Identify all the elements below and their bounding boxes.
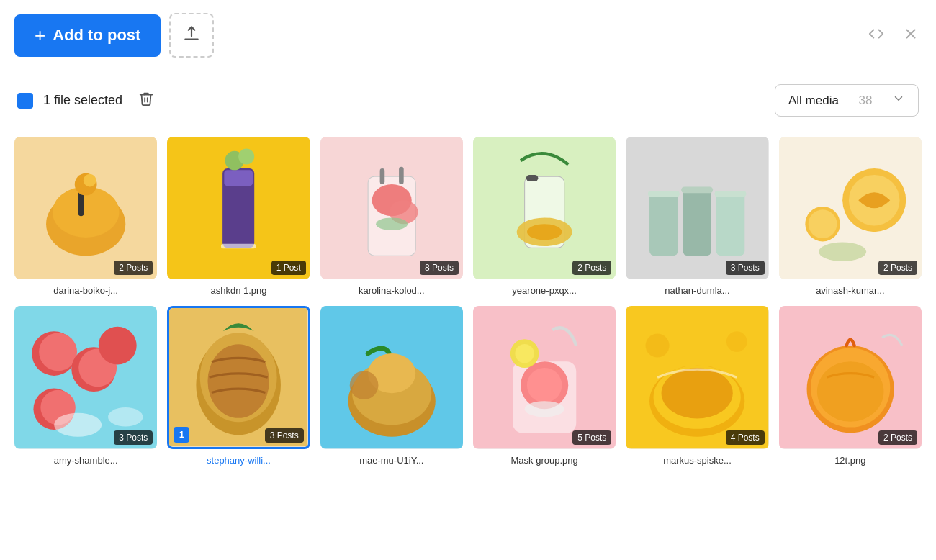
toolbar-left: 1 file selected bbox=[17, 88, 160, 113]
filter-count: 38 bbox=[859, 94, 873, 108]
upload-icon bbox=[182, 24, 201, 47]
selection-number-badge: 1 bbox=[174, 427, 189, 443]
svg-point-63 bbox=[525, 402, 564, 417]
chevron-down-icon bbox=[892, 92, 905, 109]
embed-icon bbox=[868, 29, 884, 45]
media-item[interactable]: mae-mu-U1iY... bbox=[320, 306, 463, 465]
plus-icon: + bbox=[35, 24, 45, 47]
selected-indicator bbox=[17, 93, 33, 109]
svg-point-47 bbox=[99, 327, 137, 365]
media-item[interactable]: 3 Postsnathan-dumla... bbox=[626, 137, 768, 296]
svg-point-38 bbox=[808, 209, 837, 238]
svg-point-12 bbox=[238, 149, 254, 165]
media-file-name: markus-spiske... bbox=[626, 455, 768, 466]
svg-rect-23 bbox=[526, 175, 539, 181]
media-grid: 2 Postsdarina-boiko-j... 1 Postashkdn 1.… bbox=[0, 130, 936, 473]
svg-rect-28 bbox=[649, 192, 678, 256]
svg-point-65 bbox=[515, 344, 534, 363]
post-count-badge: 2 Posts bbox=[114, 261, 153, 275]
file-selected-text: 1 file selected bbox=[43, 93, 122, 108]
media-thumbnail[interactable]: 3 Posts1 bbox=[167, 306, 310, 448]
svg-point-20 bbox=[376, 217, 408, 230]
media-thumbnail[interactable]: 3 Posts bbox=[626, 137, 768, 279]
media-file-name: 12t.png bbox=[779, 455, 922, 466]
media-thumbnail[interactable]: 2 Posts bbox=[14, 137, 157, 279]
svg-point-71 bbox=[726, 332, 747, 353]
svg-rect-31 bbox=[648, 191, 680, 197]
svg-point-42 bbox=[39, 333, 77, 371]
post-count-badge: 2 Posts bbox=[878, 261, 917, 275]
header-right bbox=[865, 23, 922, 48]
media-file-name: ashkdn 1.png bbox=[167, 285, 310, 296]
files-selected-label: file selected bbox=[54, 93, 122, 107]
add-to-post-button[interactable]: + Add to post bbox=[14, 14, 161, 57]
media-file-name: amy-shamble... bbox=[14, 455, 157, 466]
media-item[interactable]: 8 Postskarolina-kolod... bbox=[320, 137, 463, 296]
svg-point-39 bbox=[819, 243, 866, 261]
svg-point-58 bbox=[349, 371, 378, 400]
svg-rect-13 bbox=[221, 244, 256, 249]
svg-rect-29 bbox=[683, 189, 712, 256]
media-file-name: avinash-kumar... bbox=[779, 285, 922, 296]
svg-point-48 bbox=[54, 413, 102, 437]
media-item[interactable]: 4 Postsmarkus-spiske... bbox=[626, 306, 768, 465]
media-thumbnail[interactable]: 2 Posts bbox=[473, 137, 616, 279]
svg-point-49 bbox=[108, 407, 143, 426]
media-thumbnail[interactable]: 1 Post bbox=[167, 137, 310, 279]
media-thumbnail[interactable]: 2 Posts bbox=[779, 306, 922, 448]
svg-point-53 bbox=[208, 345, 269, 419]
media-item[interactable]: 3 Posts1stephany-willi... bbox=[167, 306, 310, 465]
post-count-badge: 4 Posts bbox=[726, 430, 765, 445]
media-item[interactable]: 3 Postsamy-shamble... bbox=[14, 306, 157, 465]
media-item[interactable]: 2 Posts12t.png bbox=[779, 306, 922, 465]
media-file-name: nathan-dumla... bbox=[626, 285, 768, 296]
toolbar: 1 file selected All media 38 bbox=[0, 71, 936, 130]
svg-rect-18 bbox=[379, 168, 384, 184]
embed-button[interactable] bbox=[865, 23, 887, 48]
svg-point-75 bbox=[817, 361, 884, 422]
svg-point-69 bbox=[662, 368, 733, 419]
media-item[interactable]: 2 Postsyearone-pxqx... bbox=[473, 137, 616, 296]
media-thumbnail[interactable]: 2 Posts bbox=[779, 137, 922, 279]
media-file-name: Mask group.png bbox=[473, 455, 616, 466]
media-item[interactable]: 5 PostsMask group.png bbox=[473, 306, 616, 465]
svg-point-62 bbox=[527, 368, 562, 402]
media-thumbnail[interactable]: 3 Posts bbox=[14, 306, 157, 448]
close-icon bbox=[903, 29, 919, 45]
media-file-name: stephany-willi... bbox=[167, 455, 310, 466]
svg-point-7 bbox=[84, 174, 96, 187]
post-count-badge: 3 Posts bbox=[114, 430, 153, 445]
media-file-name: karolina-kolod... bbox=[320, 285, 463, 296]
post-count-badge: 2 Posts bbox=[572, 261, 611, 275]
post-count-badge: 1 Post bbox=[271, 261, 306, 275]
media-filter-dropdown[interactable]: All media 38 bbox=[775, 84, 919, 117]
svg-rect-32 bbox=[681, 186, 713, 193]
upload-button[interactable] bbox=[169, 13, 214, 58]
post-count-badge: 2 Posts bbox=[878, 430, 917, 445]
svg-rect-19 bbox=[399, 167, 404, 184]
files-count: 1 bbox=[43, 93, 50, 107]
svg-point-70 bbox=[646, 334, 670, 358]
media-thumbnail[interactable]: 4 Posts bbox=[626, 306, 768, 448]
media-item[interactable]: 1 Postashkdn 1.png bbox=[167, 137, 310, 296]
header-left: + Add to post bbox=[14, 13, 214, 58]
svg-point-26 bbox=[527, 224, 562, 240]
media-item[interactable]: 2 Postsavinash-kumar... bbox=[779, 137, 922, 296]
delete-button[interactable] bbox=[132, 88, 160, 113]
svg-rect-33 bbox=[715, 191, 747, 197]
post-count-badge: 8 Posts bbox=[420, 261, 459, 275]
close-button[interactable] bbox=[900, 23, 922, 48]
media-item[interactable]: 2 Postsdarina-boiko-j... bbox=[14, 137, 157, 296]
post-count-badge: 5 Posts bbox=[572, 430, 611, 445]
filter-label: All media bbox=[788, 94, 839, 108]
media-file-name: yearone-pxqx... bbox=[473, 285, 616, 296]
media-file-name: mae-mu-U1iY... bbox=[320, 455, 463, 466]
media-thumbnail[interactable]: 8 Posts bbox=[320, 137, 463, 279]
post-count-badge: 3 Posts bbox=[265, 428, 304, 443]
media-file-name: darina-boiko-j... bbox=[14, 285, 157, 296]
media-thumbnail[interactable]: 5 Posts bbox=[473, 306, 616, 448]
media-thumbnail[interactable] bbox=[320, 306, 463, 448]
post-count-badge: 3 Posts bbox=[726, 261, 765, 275]
svg-rect-30 bbox=[716, 192, 745, 256]
add-to-post-label: Add to post bbox=[53, 26, 140, 45]
